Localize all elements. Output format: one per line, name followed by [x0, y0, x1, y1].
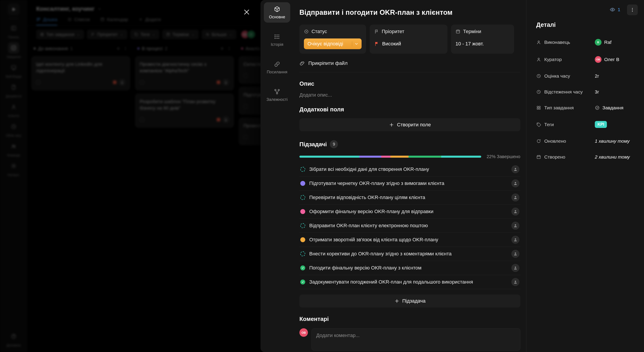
subtask-assignee-avatar[interactable] — [512, 194, 520, 202]
subtask-row[interactable]: Підготувати чернетку OKR-плану згідно з … — [300, 176, 520, 190]
detail-assignee[interactable]: Виконавець R Raf — [536, 39, 635, 46]
detail-updated: Оновлено 1 хвилину тому — [536, 138, 635, 144]
details-panel: 1 Деталі Виконавець R Raf Куратор — [526, 0, 644, 352]
tag-badge[interactable]: KPI — [595, 121, 607, 128]
task-modal: ОсновнеІсторіяПосиланняЗалежності Відпра… — [260, 0, 644, 352]
task-title: Відправити і погодити OKR-план з клієнто… — [300, 8, 520, 16]
label-text: Створено — [544, 154, 565, 160]
priority-label: Пріоритет — [382, 29, 404, 34]
links-icon — [274, 61, 280, 68]
subtask-status-icon[interactable] — [300, 181, 305, 186]
subtask-status-icon[interactable] — [300, 266, 305, 270]
detail-type[interactable]: Тип завдання Завдання — [536, 105, 635, 110]
description-input[interactable]: Додати опис... — [300, 92, 520, 98]
subtask-row[interactable]: Зібрати всі необхідні дані для створення… — [300, 162, 520, 176]
subtask-assignee-avatar[interactable] — [512, 250, 520, 258]
detail-label: Куратор — [536, 57, 595, 62]
subtask-title: Оформити фінальну версію OKR-плану для в… — [309, 209, 507, 214]
label-text: Виконавець — [544, 40, 570, 45]
subtask-row[interactable]: Задокументувати погоджений OKR-план для … — [300, 275, 520, 289]
modal-tab-main[interactable]: Основне — [264, 2, 290, 22]
value-text: Raf — [604, 40, 612, 45]
detail-label: Теги — [536, 122, 595, 127]
subtask-status-icon[interactable] — [300, 223, 305, 228]
subtask-assignee-avatar[interactable] — [512, 264, 520, 272]
modal-nav: ОсновнеІсторіяПосиланняЗалежності — [260, 0, 294, 352]
dates-card-header: Терміни — [456, 29, 510, 34]
kebab-menu-icon — [630, 7, 635, 12]
detail-value: 2г — [595, 73, 599, 79]
modal-tab-label: Історія — [271, 42, 283, 47]
current-user-avatar: ОВ — [300, 328, 308, 337]
detail-tags[interactable]: Теги KPI — [536, 121, 635, 128]
subtask-status-icon[interactable] — [300, 237, 305, 242]
subtask-assignee-avatar[interactable] — [512, 165, 520, 173]
attach-file-button[interactable]: Прикріпити файл — [300, 60, 520, 72]
subtask-row[interactable]: Внести корективи до OKR-плану згідно з к… — [300, 247, 520, 261]
subtask-title: Задокументувати погоджений OKR-план для … — [309, 279, 507, 285]
task-menu-button[interactable] — [627, 4, 638, 15]
watchers-count: 1 — [618, 7, 620, 12]
subtask-status-icon[interactable] — [300, 280, 305, 284]
calendar-icon — [456, 29, 460, 34]
progress-segment — [300, 156, 359, 158]
modal-tab-label: Посилання — [267, 70, 287, 74]
subtask-status-icon[interactable] — [300, 209, 305, 214]
watchers[interactable]: 1 — [610, 7, 620, 12]
dates-card: Терміни 10 - 17 жовт. — [451, 24, 514, 54]
subtask-row[interactable]: Перевірити відповідність OKR-плану цілям… — [300, 190, 520, 205]
detail-tracked[interactable]: Відстеження часу 3г — [536, 89, 635, 94]
label-text: Тип завдання — [544, 105, 574, 110]
close-modal-button[interactable] — [242, 7, 252, 18]
label-text: Оновлено — [544, 138, 566, 144]
assignee-avatar: R — [595, 39, 602, 46]
modal-tab-dependencies[interactable]: Залежності — [264, 85, 290, 105]
priority-value[interactable]: Високий — [374, 38, 443, 49]
status-dropdown[interactable]: Очікує відповіді — [304, 38, 362, 49]
progress-segment — [441, 156, 481, 158]
extra-fields-heading: Додаткові поля — [300, 106, 520, 113]
subtask-row[interactable]: Отримати зворотній зв'язок від клієнта щ… — [300, 233, 520, 247]
status-card-header: Статус — [304, 29, 362, 34]
description-heading: Опис — [300, 80, 520, 87]
subtask-title: Внести корективи до OKR-плану згідно з к… — [309, 251, 507, 257]
modal-tab-history[interactable]: Історія — [264, 30, 290, 50]
label-text: Куратор — [544, 57, 562, 62]
subtask-row[interactable]: Відправити OKR-план клієнту електронною … — [300, 219, 520, 233]
subtask-status-icon[interactable] — [300, 195, 305, 200]
subtask-assignee-avatar[interactable] — [512, 222, 520, 230]
detail-label: Оновлено — [536, 138, 595, 144]
value-text: 1 хвилину тому — [595, 138, 630, 144]
subtask-assignee-avatar[interactable] — [512, 208, 520, 216]
detail-label: Тип завдання — [536, 105, 595, 110]
subtask-title: Погодити фінальну версію OKR-плану з клі… — [309, 265, 507, 271]
modal-content: Відправити і погодити OKR-план з клієнто… — [294, 0, 526, 352]
subtask-assignee-avatar[interactable] — [512, 179, 520, 188]
status-label: Статус — [312, 29, 327, 34]
subtask-status-icon[interactable] — [300, 251, 305, 256]
detail-label: Оцінка часу — [536, 73, 595, 79]
create-field-label: Створити поле — [397, 122, 431, 128]
plus-icon — [394, 298, 400, 304]
dates-value[interactable]: 10 - 17 жовт. — [456, 38, 510, 49]
create-field-button[interactable]: Створити поле — [300, 118, 520, 131]
detail-label: Відстеження часу — [536, 89, 595, 94]
subtask-row[interactable]: Оформити фінальну версію OKR-плану для в… — [300, 205, 520, 219]
user-icon — [536, 40, 541, 45]
detail-label: Виконавець — [536, 40, 595, 45]
plus-icon — [389, 122, 394, 128]
modal-tab-label: Залежності — [266, 97, 288, 102]
subtask-status-icon[interactable] — [300, 167, 305, 172]
subtask-assignee-avatar[interactable] — [512, 278, 520, 286]
modal-tab-links[interactable]: Посилання — [264, 57, 290, 78]
subtask-row[interactable]: Погодити фінальну версію OKR-плану з клі… — [300, 261, 520, 275]
detail-estimate[interactable]: Оцінка часу 2г — [536, 73, 635, 79]
comment-input[interactable] — [312, 328, 520, 351]
subtask-assignee-avatar[interactable] — [512, 236, 520, 244]
detail-curator[interactable]: Куратор ОВ Олег В — [536, 56, 635, 63]
subtask-list: Зібрати всі необхідні дані для створення… — [300, 162, 520, 289]
progress-segment — [359, 156, 381, 158]
add-subtask-button[interactable]: Підзадача — [300, 294, 520, 308]
flag-icon — [374, 29, 379, 34]
chevron-down-icon — [352, 41, 359, 46]
